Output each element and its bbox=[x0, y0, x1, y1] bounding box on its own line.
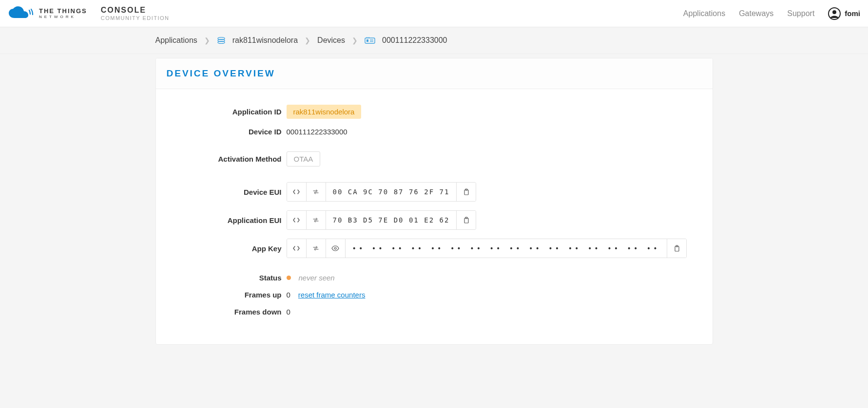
label-frames-up: Frames up bbox=[174, 291, 287, 299]
panel-title: DEVICE OVERVIEW bbox=[167, 68, 702, 79]
application-eui-value: 70 B3 D5 7E D0 01 E2 62 bbox=[326, 211, 457, 229]
device-overview-panel: DEVICE OVERVIEW Application ID rak811wis… bbox=[155, 58, 713, 345]
swap-byte-order-button[interactable] bbox=[307, 183, 326, 201]
toggle-format-button[interactable] bbox=[287, 211, 307, 229]
copy-button[interactable] bbox=[667, 239, 686, 258]
label-frames-down: Frames down bbox=[174, 308, 287, 316]
nav-support[interactable]: Support bbox=[787, 9, 814, 18]
device-eui-box: 00 CA 9C 70 87 76 2F 71 bbox=[287, 182, 477, 202]
status-dot-icon bbox=[287, 276, 291, 280]
reveal-button[interactable] bbox=[326, 239, 346, 258]
field-application-id: Application ID rak811wisnodelora bbox=[174, 105, 695, 119]
panel-header: DEVICE OVERVIEW bbox=[156, 58, 713, 89]
device-id-value: 000111222333000 bbox=[287, 128, 347, 136]
field-device-eui: Device EUI 00 CA 9C 70 87 76 2F 71 bbox=[174, 182, 695, 202]
svg-rect-6 bbox=[366, 39, 368, 42]
avatar-icon bbox=[828, 7, 841, 20]
panel-body: Application ID rak811wisnodelora Device … bbox=[156, 89, 713, 344]
chevron-right-icon: ❯ bbox=[305, 37, 310, 44]
breadcrumb: Applications ❯ rak811wisnodelora ❯ Devic… bbox=[155, 36, 713, 45]
label-status: Status bbox=[174, 274, 287, 282]
label-application-id: Application ID bbox=[174, 108, 287, 116]
brand-text: THE THINGS NETWORK bbox=[39, 8, 87, 19]
field-status: Status never seen bbox=[174, 274, 695, 282]
top-nav: Applications Gateways Support fomi bbox=[683, 7, 860, 20]
chevron-right-icon: ❯ bbox=[352, 37, 358, 44]
frames-up-value: 0 bbox=[287, 291, 290, 299]
copy-button[interactable] bbox=[456, 183, 476, 201]
nav-applications[interactable]: Applications bbox=[683, 9, 725, 18]
top-bar: THE THINGS NETWORK CONSOLE COMMUNITY EDI… bbox=[0, 0, 868, 27]
user-menu[interactable]: fomi bbox=[828, 7, 860, 20]
toggle-format-button[interactable] bbox=[287, 239, 307, 258]
breadcrumb-app-id[interactable]: rak811wisnodelora bbox=[232, 36, 298, 45]
console-block: CONSOLE COMMUNITY EDITION bbox=[101, 6, 170, 21]
ttn-cloud-logo-icon bbox=[8, 6, 33, 21]
reset-frame-counters-link[interactable]: reset frame counters bbox=[298, 291, 366, 299]
app-key-masked-value: •• •• •• •• •• •• •• •• •• •• •• •• •• •… bbox=[346, 239, 667, 258]
toggle-format-button[interactable] bbox=[287, 183, 307, 201]
label-app-key: App Key bbox=[174, 244, 287, 253]
brand-top-text: THE THINGS bbox=[39, 8, 87, 14]
status-value: never seen bbox=[299, 274, 335, 282]
brand-bottom-text: NETWORK bbox=[39, 15, 87, 19]
console-subtitle: COMMUNITY EDITION bbox=[101, 16, 170, 21]
svg-point-1 bbox=[832, 10, 836, 14]
field-app-key: App Key •• •• •• •• • bbox=[174, 239, 695, 258]
field-device-id: Device ID 000111222333000 bbox=[174, 128, 695, 136]
breadcrumb-device-id: 000111222333000 bbox=[382, 36, 447, 45]
brand-block: THE THINGS NETWORK CONSOLE COMMUNITY EDI… bbox=[8, 6, 170, 21]
swap-byte-order-button[interactable] bbox=[307, 211, 326, 229]
field-application-eui: Application EUI 70 B3 D5 7E D0 01 E2 62 bbox=[174, 210, 695, 230]
svg-point-15 bbox=[334, 247, 336, 249]
breadcrumb-applications[interactable]: Applications bbox=[155, 36, 197, 45]
chevron-right-icon: ❯ bbox=[204, 37, 210, 44]
copy-button[interactable] bbox=[456, 211, 476, 229]
app-key-box: •• •• •• •• •• •• •• •• •• •• •• •• •• •… bbox=[287, 239, 687, 258]
swap-byte-order-button[interactable] bbox=[307, 239, 326, 258]
activation-method-pill: OTAA bbox=[287, 151, 321, 167]
application-icon bbox=[217, 36, 226, 45]
username: fomi bbox=[845, 9, 860, 18]
label-application-eui: Application EUI bbox=[174, 216, 287, 224]
label-device-eui: Device EUI bbox=[174, 188, 287, 196]
field-frames-down: Frames down 0 bbox=[174, 308, 695, 316]
breadcrumb-devices[interactable]: Devices bbox=[317, 36, 345, 45]
application-eui-box: 70 B3 D5 7E D0 01 E2 62 bbox=[287, 210, 477, 230]
label-device-id: Device ID bbox=[174, 128, 287, 136]
field-frames-up: Frames up 0 reset frame counters bbox=[174, 291, 695, 299]
field-activation-method: Activation Method OTAA bbox=[174, 151, 695, 167]
device-eui-value: 00 CA 9C 70 87 76 2F 71 bbox=[326, 183, 457, 201]
console-title: CONSOLE bbox=[101, 6, 170, 14]
frames-down-value: 0 bbox=[287, 308, 290, 316]
nav-gateways[interactable]: Gateways bbox=[739, 9, 773, 18]
application-id-badge[interactable]: rak811wisnodelora bbox=[287, 105, 362, 119]
label-activation-method: Activation Method bbox=[174, 155, 287, 163]
device-icon bbox=[365, 37, 375, 44]
breadcrumb-bar: Applications ❯ rak811wisnodelora ❯ Devic… bbox=[0, 27, 868, 54]
